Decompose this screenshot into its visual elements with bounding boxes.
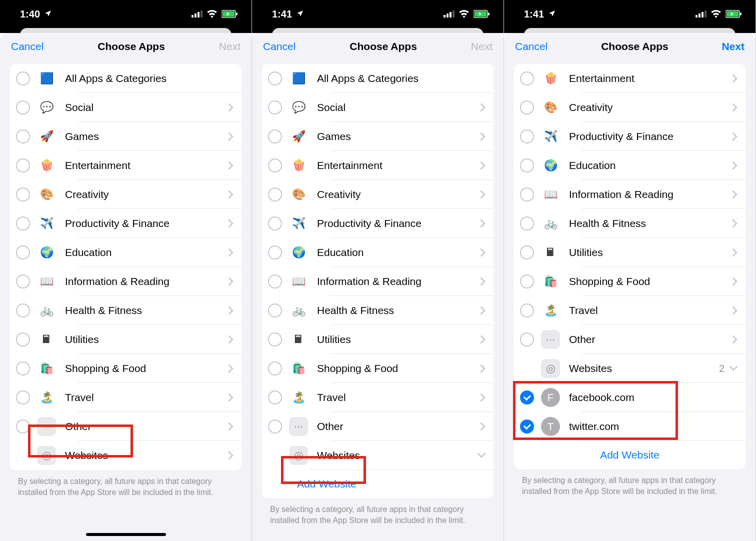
radio-unchecked[interactable]	[268, 188, 282, 202]
row-games[interactable]: 🚀Games	[262, 122, 494, 151]
radio-unchecked[interactable]	[268, 304, 282, 318]
radio-unchecked[interactable]	[16, 304, 30, 318]
radio-unchecked[interactable]	[16, 274, 30, 288]
radio-unchecked[interactable]	[268, 130, 282, 144]
row-websites[interactable]: ◎ Websites 2	[514, 354, 746, 383]
row-info-reading[interactable]: 📖Information & Reading	[514, 180, 746, 209]
row-entertainment[interactable]: 🍿Entertainment	[514, 64, 746, 93]
home-indicator[interactable]	[86, 533, 166, 536]
row-games[interactable]: 🚀 Games	[10, 122, 242, 151]
website-row-facebook[interactable]: F facebook.com	[514, 383, 746, 412]
row-creativity[interactable]: 🎨Creativity	[514, 93, 746, 122]
radio-unchecked[interactable]	[16, 158, 30, 172]
add-website-button[interactable]: Add Website	[514, 441, 746, 469]
row-utilities[interactable]: 🖩Utilities	[262, 325, 494, 354]
row-label: Education	[569, 160, 732, 172]
radio-unchecked[interactable]	[16, 100, 30, 114]
radio-unchecked[interactable]	[268, 332, 282, 346]
row-travel[interactable]: 🏝️ Travel	[10, 383, 242, 412]
row-shopping-food[interactable]: 🛍️Shopping & Food	[514, 267, 746, 296]
cancel-button[interactable]: Cancel	[515, 40, 548, 52]
radio-unchecked[interactable]	[16, 362, 30, 376]
row-creativity[interactable]: 🎨Creativity	[262, 180, 494, 209]
row-other[interactable]: ···Other	[514, 325, 746, 354]
row-prod-finance[interactable]: ✈️ Productivity & Finance	[10, 209, 242, 238]
row-websites[interactable]: ◎ Websites	[10, 441, 242, 470]
radio-unchecked[interactable]	[520, 188, 534, 202]
radio-unchecked[interactable]	[268, 362, 282, 376]
row-other[interactable]: ··· Other	[10, 412, 242, 441]
row-label: Entertainment	[65, 160, 228, 172]
chevron-right-icon	[480, 336, 486, 344]
svg-rect-7	[444, 15, 446, 18]
row-creativity[interactable]: 🎨 Creativity	[10, 180, 242, 209]
radio-unchecked[interactable]	[520, 304, 534, 318]
row-prod-finance[interactable]: ✈️Productivity & Finance	[514, 122, 746, 151]
row-shopping-food[interactable]: 🛍️ Shopping & Food	[10, 354, 242, 383]
row-websites[interactable]: ◎ Websites	[262, 441, 494, 470]
radio-unchecked[interactable]	[268, 390, 282, 404]
row-label: Travel	[317, 392, 480, 404]
row-education[interactable]: 🌍Education	[262, 238, 494, 267]
radio-unchecked[interactable]	[520, 72, 534, 86]
row-entertainment[interactable]: 🍿 Entertainment	[10, 151, 242, 180]
radio-unchecked[interactable]	[16, 420, 30, 434]
navbar: Cancel Choose Apps Next	[504, 33, 756, 60]
radio-unchecked[interactable]	[520, 158, 534, 172]
radio-unchecked[interactable]	[520, 130, 534, 144]
row-all-apps[interactable]: 🟦 All Apps & Categories	[10, 64, 242, 93]
radio-checked[interactable]	[520, 420, 534, 434]
radio-unchecked[interactable]	[268, 246, 282, 260]
radio-unchecked[interactable]	[520, 246, 534, 260]
radio-unchecked[interactable]	[268, 72, 282, 86]
cancel-button[interactable]: Cancel	[263, 40, 296, 52]
cancel-button[interactable]: Cancel	[11, 40, 44, 52]
row-info-reading[interactable]: 📖Information & Reading	[262, 267, 494, 296]
next-button[interactable]: Next	[722, 40, 744, 52]
add-website-button[interactable]: Add Website	[262, 470, 494, 498]
row-info-reading[interactable]: 📖 Information & Reading	[10, 267, 242, 296]
radio-unchecked[interactable]	[16, 72, 30, 86]
radio-unchecked[interactable]	[520, 274, 534, 288]
row-entertainment[interactable]: 🍿Entertainment	[262, 151, 494, 180]
row-health-fitness[interactable]: 🚲Health & Fitness	[262, 296, 494, 325]
radio-unchecked[interactable]	[520, 332, 534, 346]
radio-unchecked[interactable]	[520, 100, 534, 114]
row-other[interactable]: ···Other	[262, 412, 494, 441]
row-utilities[interactable]: 🖩 Utilities	[10, 325, 242, 354]
radio-unchecked[interactable]	[16, 246, 30, 260]
radio-unchecked[interactable]	[268, 158, 282, 172]
radio-unchecked[interactable]	[16, 188, 30, 202]
row-education[interactable]: 🌍Education	[514, 151, 746, 180]
radio-unchecked[interactable]	[16, 216, 30, 230]
row-social[interactable]: 💬 Social	[10, 93, 242, 122]
next-button[interactable]: Next	[219, 40, 240, 52]
radio-unchecked[interactable]	[520, 216, 534, 230]
row-label: Other	[317, 420, 480, 432]
row-all-apps[interactable]: 🟦All Apps & Categories	[262, 64, 494, 93]
svg-rect-14	[696, 15, 698, 18]
row-utilities[interactable]: 🖩Utilities	[514, 238, 746, 267]
row-travel[interactable]: 🏝️Travel	[514, 296, 746, 325]
radio-checked[interactable]	[520, 390, 534, 404]
row-prod-finance[interactable]: ✈️Productivity & Finance	[262, 209, 494, 238]
next-button[interactable]: Next	[471, 40, 492, 52]
page-title: Choose Apps	[350, 40, 417, 52]
radio-unchecked[interactable]	[268, 420, 282, 434]
row-health-fitness[interactable]: 🚲 Health & Fitness	[10, 296, 242, 325]
row-health-fitness[interactable]: 🚲Health & Fitness	[514, 209, 746, 238]
radio-unchecked[interactable]	[16, 130, 30, 144]
radio-unchecked[interactable]	[268, 216, 282, 230]
battery-icon	[726, 10, 742, 18]
row-shopping-food[interactable]: 🛍️Shopping & Food	[262, 354, 494, 383]
row-social[interactable]: 💬Social	[262, 93, 494, 122]
radio-unchecked[interactable]	[16, 390, 30, 404]
radio-unchecked[interactable]	[268, 100, 282, 114]
row-label: Creativity	[317, 188, 480, 200]
chevron-right-icon	[480, 104, 486, 112]
website-row-twitter[interactable]: T twitter.com	[514, 412, 746, 441]
radio-unchecked[interactable]	[16, 332, 30, 346]
radio-unchecked[interactable]	[268, 274, 282, 288]
row-travel[interactable]: 🏝️Travel	[262, 383, 494, 412]
row-education[interactable]: 🌍 Education	[10, 238, 242, 267]
